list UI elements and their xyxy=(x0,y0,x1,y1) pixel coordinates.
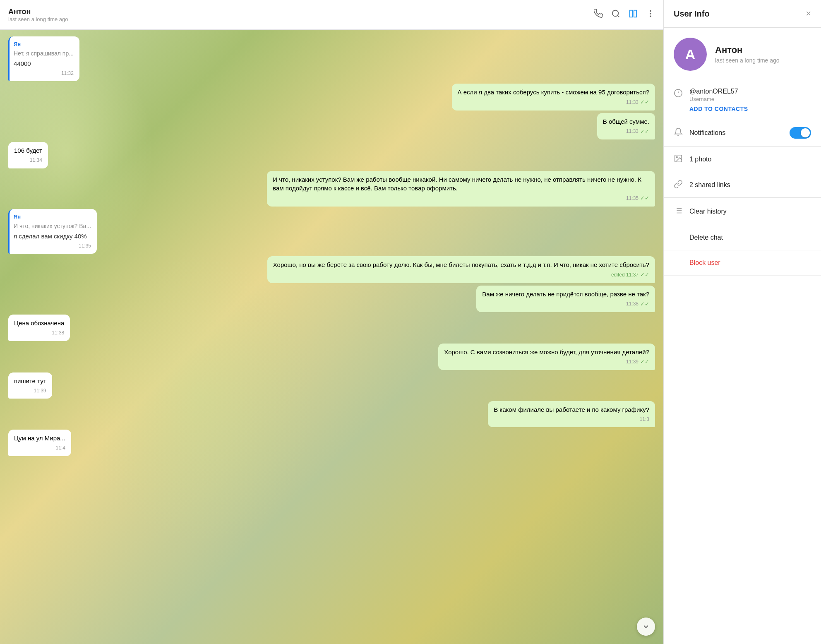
message-time: 11:32 xyxy=(61,70,74,77)
notifications-toggle[interactable] xyxy=(790,127,811,139)
svg-point-11 xyxy=(676,156,677,158)
message-time: 11:38 xyxy=(626,300,639,308)
svg-rect-3 xyxy=(634,10,636,17)
message-text: В общей сумме. xyxy=(603,117,649,126)
photos-label: 1 photo xyxy=(689,156,711,163)
info-username-row: @antonOREL57 Username ADD TO CONTACTS xyxy=(674,88,811,112)
info-username-value: @antonOREL57 xyxy=(689,88,748,95)
message-time: 11:39 xyxy=(34,387,46,394)
list-item: пишите тут 11:39 xyxy=(8,372,52,399)
messages-container: Ян Нет, я спрашивал пр... 44000 11:32 А … xyxy=(0,30,663,463)
info-profile: A Антон last seen a long time ago xyxy=(664,28,821,81)
svg-point-6 xyxy=(650,16,651,17)
message-sender: Ян xyxy=(14,41,74,48)
message-tick: ✓✓ xyxy=(640,128,649,136)
list-item: И что, никаких уступок? Вам же работы во… xyxy=(267,171,655,207)
notifications-label: Notifications xyxy=(689,129,725,137)
user-info-panel: User Info × A Антон last seen a long tim… xyxy=(664,0,821,644)
list-item: Вам же ничего делать не придётся вообще,… xyxy=(476,286,655,312)
message-time: 11:3 xyxy=(640,416,649,423)
info-header: User Info × xyxy=(664,0,821,28)
info-media-photos-row[interactable]: 1 photo xyxy=(664,147,821,172)
message-text: А если я два таких соберусь купить - смо… xyxy=(458,88,649,97)
list-item: А если я два таких соберусь купить - смо… xyxy=(452,84,655,111)
info-actions: Clear history Delete chat Block user xyxy=(664,198,821,276)
info-profile-text: Антон last seen a long time ago xyxy=(715,45,780,64)
info-icon xyxy=(674,89,683,100)
svg-point-0 xyxy=(612,10,619,17)
message-text: 106 будет xyxy=(14,146,42,155)
message-subtext: 44000 xyxy=(14,59,74,68)
message-time: 11:4 xyxy=(56,445,65,452)
svg-rect-2 xyxy=(630,10,632,17)
chat-messages: Ян Нет, я спрашивал пр... 44000 11:32 А … xyxy=(0,30,663,644)
list-item: В общей сумме. 11:33 ✓✓ xyxy=(597,113,655,140)
links-label: 2 shared links xyxy=(689,181,730,189)
message-text: В каком филиале вы работаете и по какому… xyxy=(494,405,649,414)
message-time: 11:38 xyxy=(52,329,64,336)
message-tick: ✓✓ xyxy=(640,271,649,279)
search-icon[interactable] xyxy=(611,9,620,20)
block-user-button[interactable]: Block user xyxy=(664,250,821,276)
message-time: 11:33 xyxy=(626,99,639,106)
message-subtext: я сделал вам скидку 40% xyxy=(14,232,91,241)
chat-header-left: Антон last seen a long time ago xyxy=(8,7,68,22)
message-text: И что, никаких уступок? Вам же работы во… xyxy=(273,175,649,193)
message-tick: ✓✓ xyxy=(640,99,649,106)
message-time: 11:33 xyxy=(626,128,639,135)
message-text: Хорошо, но вы же берёте за свою работу д… xyxy=(273,260,649,269)
info-username-label: Username xyxy=(689,96,748,102)
notifications-icon xyxy=(674,127,683,139)
message-text: И что, никаких уступок? Ва... xyxy=(14,222,91,230)
info-notifications-row: Notifications xyxy=(664,119,821,147)
info-username-content: @antonOREL57 Username ADD TO CONTACTS xyxy=(689,88,748,112)
info-last-seen: last seen a long time ago xyxy=(715,57,780,64)
layout-icon[interactable] xyxy=(629,9,638,20)
info-media-section: 1 photo 2 shared links xyxy=(664,147,821,198)
info-panel-title: User Info xyxy=(674,9,710,19)
message-text: Нет, я спрашивал пр... xyxy=(14,49,74,58)
block-user-icon xyxy=(674,259,683,268)
info-notifications-left: Notifications xyxy=(674,127,725,139)
chat-header-icons xyxy=(594,9,655,20)
chat-panel: Антон last seen a long time ago xyxy=(0,0,664,644)
chat-contact-status: last seen a long time ago xyxy=(8,16,68,22)
list-item: Цена обозначена 11:38 xyxy=(8,315,70,341)
message-text: Вам же ничего делать не придётся вообще,… xyxy=(482,290,649,299)
info-media-links-row[interactable]: 2 shared links xyxy=(664,172,821,197)
clear-history-button[interactable]: Clear history xyxy=(664,198,821,225)
message-time: 11:35 xyxy=(79,243,91,250)
list-item: Ян Нет, я спрашивал пр... 44000 11:32 xyxy=(8,36,79,81)
add-to-contacts-button[interactable]: ADD TO CONTACTS xyxy=(689,106,748,112)
list-item: 106 будет 11:34 xyxy=(8,142,48,168)
block-user-label: Block user xyxy=(689,259,720,267)
chat-header: Антон last seen a long time ago xyxy=(0,0,663,30)
message-time: 11:35 xyxy=(626,195,639,202)
avatar: A xyxy=(674,38,707,71)
info-user-name: Антон xyxy=(715,45,780,55)
list-item: В каком филиале вы работаете и по какому… xyxy=(488,401,655,427)
list-item: Хорошо, но вы же берёте за свою работу д… xyxy=(267,256,655,283)
toggle-knob xyxy=(801,128,810,137)
info-username-section: @antonOREL57 Username ADD TO CONTACTS xyxy=(664,81,821,119)
scroll-to-bottom-button[interactable] xyxy=(637,618,655,636)
svg-point-4 xyxy=(650,10,651,12)
clear-history-label: Clear history xyxy=(689,208,727,215)
message-text: Хорошо. С вами созвониться же можно буде… xyxy=(444,348,649,357)
message-tick: ✓✓ xyxy=(640,358,649,366)
link-icon xyxy=(674,180,683,191)
more-icon[interactable] xyxy=(646,9,655,20)
phone-icon[interactable] xyxy=(594,9,603,20)
svg-line-1 xyxy=(617,15,619,17)
message-tick: ✓✓ xyxy=(640,300,649,308)
close-button[interactable]: × xyxy=(806,8,811,19)
chat-contact-name: Антон xyxy=(8,7,68,16)
list-item: Цум на ул Мира... 11:4 xyxy=(8,430,71,456)
message-text: Цена обозначена xyxy=(14,319,64,328)
svg-point-5 xyxy=(650,13,651,14)
message-time: edited 11:37 xyxy=(611,272,639,279)
message-tick: ✓✓ xyxy=(640,195,649,202)
message-time: 11:34 xyxy=(30,157,42,164)
delete-chat-button[interactable]: Delete chat xyxy=(664,225,821,250)
message-time: 11:39 xyxy=(626,358,639,365)
